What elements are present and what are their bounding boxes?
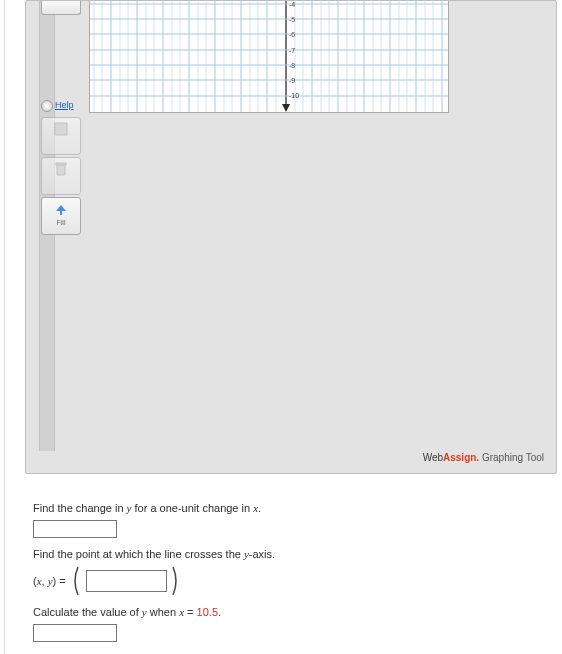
q2-text: Find the point at which the line crosses…: [33, 548, 562, 560]
q1-input[interactable]: [33, 520, 117, 538]
q2-lhs: (x, y) =: [33, 575, 66, 587]
svg-marker-23: [282, 104, 290, 112]
svg-text:-10: -10: [289, 92, 299, 99]
questions: Find the change in y for a one-unit chan…: [33, 502, 562, 642]
graph-panel: -4 -5 -6 -7 -8 -9 -10 Help: [25, 0, 557, 474]
grid-svg: -4 -5 -6 -7 -8 -9 -10: [90, 1, 448, 112]
line-tool[interactable]: [41, 117, 81, 155]
q2-input[interactable]: [86, 570, 167, 592]
brand-label: WebAssign. Graphing Tool: [423, 452, 544, 463]
line-icon: [53, 121, 69, 137]
grid-tool[interactable]: [41, 1, 81, 15]
q1-text: Find the change in y for a one-unit chan…: [33, 502, 562, 514]
toolbar: [41, 1, 81, 17]
left-paren-icon: [70, 566, 82, 596]
svg-text:-4: -4: [289, 1, 295, 8]
coordinate-grid[interactable]: -4 -5 -6 -7 -8 -9 -10: [89, 1, 449, 113]
page-container: -4 -5 -6 -7 -8 -9 -10 Help: [4, 0, 562, 654]
svg-text:-7: -7: [289, 47, 295, 54]
fill-tool[interactable]: Fill: [41, 197, 81, 235]
fill-tool-label: Fill: [42, 219, 80, 226]
q2-row: (x, y) =: [33, 566, 562, 596]
help-link[interactable]: Help: [41, 100, 74, 112]
svg-rect-59: [60, 211, 62, 215]
q3-text: Calculate the value of y when x = 10.5.: [33, 606, 562, 618]
svg-text:-9: -9: [289, 77, 295, 84]
svg-rect-58: [56, 163, 66, 165]
svg-text:-6: -6: [289, 31, 295, 38]
svg-rect-57: [57, 165, 65, 175]
svg-rect-56: [55, 123, 67, 135]
trash-icon: [53, 161, 69, 177]
fill-icon: [53, 201, 69, 217]
right-paren-icon: [171, 566, 183, 596]
delete-tool[interactable]: [41, 157, 81, 195]
svg-text:-5: -5: [289, 16, 295, 23]
q3-input[interactable]: [33, 624, 117, 642]
toolbar-lower: Fill: [41, 115, 81, 237]
svg-text:-8: -8: [289, 62, 295, 69]
